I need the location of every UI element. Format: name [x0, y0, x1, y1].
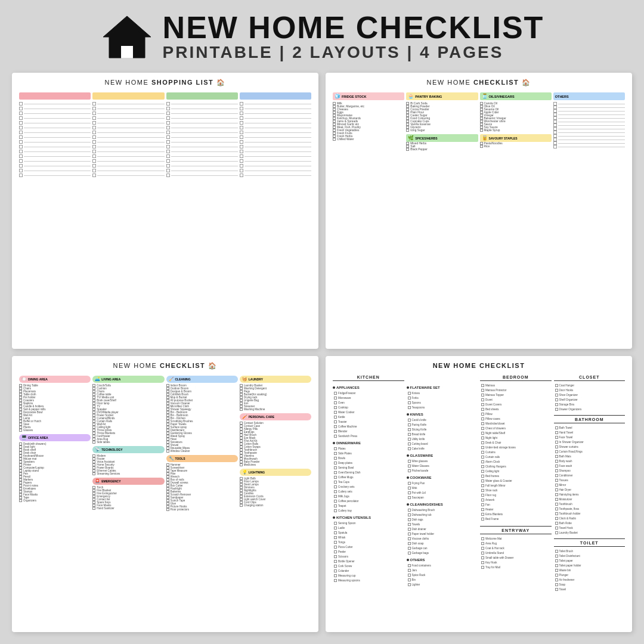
- item: Duvet Covers: [480, 403, 552, 406]
- utensils-title: KITCHEN UTENSILS: [333, 516, 404, 519]
- item: Tissues: [554, 479, 626, 482]
- kitchen-col: KITCHEN APPLIANCES Fridge/Freezer Microw…: [333, 375, 404, 626]
- col3: [166, 102, 238, 343]
- col2: [92, 102, 164, 343]
- item: Duvet: [480, 398, 552, 401]
- check-line: [19, 174, 91, 177]
- item: Side Plates: [333, 452, 404, 455]
- glassware-title: GLASSWARE: [407, 454, 478, 457]
- item: Maple Syrup: [480, 129, 552, 132]
- item: Umbrella Stand: [480, 552, 552, 555]
- item: Bottle Opener: [333, 560, 404, 563]
- item: Frying Pan: [407, 482, 478, 485]
- check-line: [240, 145, 311, 148]
- tech-title: TECHNOLOGY: [101, 448, 122, 451]
- item: Peeler: [333, 550, 404, 553]
- item: Wardrobe/closet: [480, 422, 552, 425]
- dinnerware-title: DINNERWARE: [333, 441, 404, 445]
- page4-title: NEW HOME CHECKLIST: [333, 362, 625, 371]
- item: Pot with Lid: [407, 491, 478, 494]
- category-headers: 🧊 FRIDGE STOCK 🧁 PANTRY BAKING 🫙 OILS/VI…: [333, 92, 625, 100]
- savoury-label: SAVOURY STAPLES: [489, 137, 518, 140]
- pantry-icon: 🧁: [408, 94, 414, 99]
- item: Glasses: [19, 429, 91, 432]
- item: Kettle: [333, 416, 404, 419]
- item: Jars: [407, 569, 478, 572]
- item: Bed frames: [480, 475, 552, 478]
- check-line: [240, 102, 311, 106]
- item: Full length Mirror: [480, 484, 552, 487]
- check-line: [19, 131, 91, 134]
- item: Cutlery tray: [333, 509, 404, 512]
- item: Milk Jugs: [333, 495, 404, 498]
- item: Spatula: [333, 531, 404, 534]
- pantry-items: Bi Carb Soda Baking Powder Cocoa Powder …: [406, 102, 478, 343]
- item: Water glass & Coaster: [480, 479, 552, 482]
- closet-header: CLOSET: [554, 375, 626, 381]
- check-line: [166, 140, 238, 144]
- item: Oven/Serving Dish: [333, 471, 404, 474]
- tools-title: TOOLS: [175, 457, 185, 460]
- item: Bed Frame: [480, 518, 552, 521]
- item: Toilet paper holder: [554, 564, 626, 567]
- item: Towel Hook: [554, 527, 626, 530]
- item: Organizers: [19, 499, 91, 502]
- col4-rooms: 🧺 LAUNDRY Laundry Basket Washing Deterge…: [240, 376, 311, 626]
- entryway-header: ENTRYWAY: [480, 526, 552, 534]
- item: Rice: [480, 145, 552, 148]
- item: Hairstyling items: [554, 493, 626, 496]
- item: Night light: [480, 436, 552, 439]
- spices-header: 🌿 SPICES/HERBS: [406, 134, 478, 142]
- lightning-header: 💡 LIGHTNING: [240, 469, 311, 476]
- item: Door Hooks: [554, 389, 626, 392]
- item: Chest of drawers: [480, 427, 552, 430]
- check-line: [92, 164, 164, 168]
- item: Floor protectors: [166, 508, 238, 511]
- check-line: [166, 145, 238, 148]
- item: Shoe rack: [480, 489, 552, 492]
- page4-card: NEW HOME CHECKLIST KITCHEN APPLIANCES Fr…: [326, 356, 632, 632]
- check-line: [19, 164, 91, 168]
- item: Heater: [480, 508, 552, 511]
- check-line: [166, 112, 238, 115]
- col3-rooms: 🧹 CLEANING Indoor Broom Outdoor Broom Du…: [166, 376, 238, 626]
- check-line: [166, 116, 238, 120]
- sub-title: PRINTABLE | 2 LAYOUTS | 4 PAGES: [163, 43, 544, 62]
- item: Soap: [554, 583, 626, 586]
- pages-grid: NEW HOME SHOPPING LIST 🏠: [12, 73, 632, 632]
- bedroom-col: BEDROOM Matrass Matrass Protector Matras…: [480, 375, 552, 626]
- cleaning-title: CLEANING: [175, 377, 191, 381]
- check-line: [19, 145, 91, 148]
- item: Charging station: [240, 504, 311, 507]
- item: Spice Rack: [407, 574, 478, 577]
- col1-rooms: 🍽️ DINING AREA Dining Table Chairs Place…: [19, 376, 91, 626]
- fridge-items: Milk Butter, Margarine, etc Cheeses Eggs…: [333, 102, 404, 343]
- check-line: [19, 116, 91, 120]
- check-line: [240, 131, 311, 134]
- item: Conditioner: [554, 474, 626, 477]
- item: Bath Robe: [554, 522, 626, 525]
- item: Washing Machine: [240, 408, 311, 411]
- check-line: [19, 150, 91, 153]
- main-title: NEW HOME CHECKLIST: [163, 12, 544, 43]
- fridge-header: 🧊 FRIDGE STOCK: [333, 92, 404, 100]
- item: Measuring spoons: [333, 579, 404, 582]
- item: Paper towel holder: [407, 532, 478, 535]
- check-line: [240, 164, 311, 168]
- item: Forks: [407, 397, 478, 400]
- item: Bath Towel: [554, 426, 626, 429]
- item: Toilet Brush: [554, 550, 626, 553]
- item: Shoe Organizer: [554, 394, 626, 397]
- item: Cook's knife: [407, 419, 478, 422]
- check-line: [166, 135, 238, 139]
- item: Toaster: [333, 420, 404, 423]
- item: Cutlery sets: [333, 490, 404, 493]
- item: Storage Bins: [554, 403, 626, 406]
- check-line: [240, 174, 311, 177]
- item: Cooktop: [333, 406, 404, 409]
- check-line: [92, 107, 164, 110]
- item: Saucepan: [407, 496, 478, 499]
- spices-icon: 🌿: [408, 135, 414, 141]
- check-line: [92, 112, 164, 115]
- col1: [19, 102, 91, 343]
